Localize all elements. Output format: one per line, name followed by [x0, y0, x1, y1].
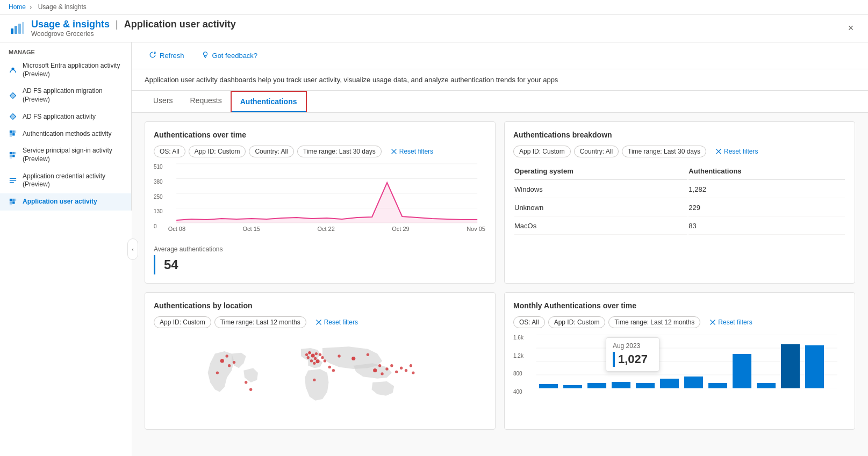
feedback-button[interactable]: Got feedback?	[197, 49, 262, 62]
auth-breakdown-filters: App ID: Custom Country: All Time range: …	[513, 146, 846, 157]
svg-point-55	[316, 359, 320, 363]
chip-os[interactable]: OS: All	[154, 146, 185, 157]
chart-tooltip: Aug 2023 1,027	[606, 337, 659, 372]
card-auth-over-time: Authentications over time OS: All App ID…	[145, 121, 496, 284]
chip-app-id[interactable]: App ID: Custom	[189, 146, 246, 157]
os-macos: MacOs	[514, 218, 687, 235]
chip-country[interactable]: Country: All	[249, 146, 293, 157]
svg-rect-96	[805, 345, 824, 388]
monthly-chip-os[interactable]: OS: All	[513, 316, 545, 328]
average-label: Average authentications	[154, 245, 223, 253]
location-chip-app-id[interactable]: App ID: Custom	[154, 316, 211, 328]
grid-icon-2	[9, 151, 17, 160]
svg-rect-91	[684, 377, 703, 388]
svg-point-48	[308, 351, 311, 354]
svg-point-61	[351, 357, 355, 360]
sidebar-item-app-credential[interactable]: Application credential activity (Preview…	[0, 168, 131, 193]
tab-users[interactable]: Users	[145, 91, 182, 112]
grid-icon-3	[9, 198, 17, 206]
svg-rect-92	[708, 383, 727, 388]
tab-requests[interactable]: Requests	[182, 91, 231, 112]
tab-authentications[interactable]: Authentications	[231, 91, 307, 112]
svg-rect-2	[18, 24, 21, 34]
sidebar: Manage Microsoft Entra application activ…	[0, 42, 132, 211]
sidebar-collapse-button[interactable]: ‹	[127, 238, 138, 260]
svg-rect-16	[12, 152, 15, 154]
feedback-label: Got feedback?	[212, 52, 258, 60]
card-auth-breakdown: Authentications breakdown App ID: Custom…	[504, 121, 855, 284]
monthly-chip-app-id[interactable]: App ID: Custom	[548, 316, 606, 328]
os-unknown: Unknown	[514, 199, 687, 216]
svg-rect-20	[10, 157, 12, 158]
breakdown-chip-time-range[interactable]: Time range: Last 30 days	[622, 146, 706, 157]
tab-bar: Users Requests Authentications	[132, 91, 868, 113]
svg-point-73	[395, 371, 398, 373]
content-area: Refresh Got feedback? Application user a…	[132, 42, 868, 456]
table-row: Windows 1,282	[514, 181, 845, 198]
svg-rect-1	[15, 26, 17, 34]
breakdown-chip-reset[interactable]: Reset filters	[709, 146, 764, 157]
svg-point-66	[249, 388, 252, 391]
svg-rect-88	[612, 382, 630, 388]
svg-point-70	[385, 367, 388, 370]
feedback-icon	[202, 51, 209, 60]
svg-point-51	[314, 357, 317, 360]
chip-reset[interactable]: Reset filters	[385, 146, 439, 157]
location-chip-reset[interactable]: Reset filters	[310, 316, 364, 328]
sidebar-label-adfs-migration: AD FS application migration (Preview)	[23, 87, 123, 104]
col-os-header: Operating system	[514, 165, 687, 180]
svg-rect-28	[12, 201, 15, 204]
person-icon	[9, 66, 17, 75]
sidebar-label-adfs-activity: AD FS application activity	[23, 113, 96, 121]
app-icon	[9, 20, 26, 37]
breadcrumb-home[interactable]: Home	[9, 3, 26, 11]
svg-point-46	[233, 361, 235, 364]
svg-rect-13	[12, 134, 15, 136]
auth-over-time-filters: OS: All App ID: Custom Country: All Time…	[154, 146, 486, 157]
svg-point-50	[315, 352, 318, 355]
sidebar-item-service-principal[interactable]: Service principal sign-in activity (Prev…	[0, 142, 131, 168]
svg-rect-26	[15, 199, 16, 201]
location-chip-time-range[interactable]: Time range: Last 12 months	[214, 316, 306, 328]
card-monthly-auth: Monthly Authentications over time OS: Al…	[504, 292, 855, 430]
svg-rect-86	[563, 385, 582, 388]
header-subtitle: Woodgrove Groceries	[31, 30, 236, 38]
svg-point-64	[332, 369, 335, 372]
svg-point-47	[216, 371, 219, 374]
close-button[interactable]: ×	[842, 20, 859, 37]
diamond-icon-1	[9, 91, 17, 100]
svg-point-69	[381, 372, 383, 375]
svg-point-77	[412, 371, 414, 374]
sidebar-item-adfs-migration[interactable]: AD FS application migration (Preview)	[0, 83, 131, 108]
os-windows: Windows	[514, 181, 687, 198]
card-auth-by-location: Authentications by location App ID: Cust…	[145, 292, 496, 430]
svg-rect-15	[10, 152, 12, 154]
sidebar-label-service-principal: Service principal sign-in activity (Prev…	[23, 147, 123, 163]
svg-rect-87	[587, 383, 606, 388]
chip-time-range[interactable]: Time range: Last 30 days	[297, 146, 382, 157]
svg-rect-25	[12, 199, 15, 201]
toolbar: Refresh Got feedback?	[132, 42, 868, 69]
sidebar-item-auth-methods[interactable]: Authentication methods activity	[0, 125, 131, 142]
svg-point-58	[305, 353, 308, 356]
sidebar-item-ms-entra[interactable]: Microsoft Entra application activity (Pr…	[0, 57, 131, 83]
monthly-chip-reset[interactable]: Reset filters	[704, 316, 758, 328]
monthly-auth-filters: OS: All App ID: Custom Time range: Last …	[513, 316, 846, 328]
breakdown-chip-app-id[interactable]: App ID: Custom	[513, 146, 571, 157]
auth-breakdown-title: Authentications breakdown	[513, 131, 846, 139]
count-unknown: 229	[688, 199, 845, 216]
sidebar-item-app-user-activity[interactable]: Application user activity	[0, 193, 131, 211]
refresh-button[interactable]: Refresh	[145, 49, 189, 62]
sidebar-item-adfs-activity[interactable]: AD FS application activity	[0, 108, 131, 125]
svg-point-57	[313, 362, 315, 365]
sidebar-label-app-credential: Application credential activity (Preview…	[23, 172, 123, 189]
breakdown-chip-country[interactable]: Country: All	[574, 146, 619, 157]
monthly-chip-time-range[interactable]: Time range: Last 12 months	[608, 316, 700, 328]
manage-label: Manage	[0, 42, 131, 57]
header-title: Usage & insights	[31, 19, 110, 30]
svg-point-56	[321, 356, 324, 359]
breadcrumb-current: Usage & insights	[38, 3, 87, 11]
header-page-name: Application user activity	[124, 19, 236, 30]
refresh-label: Refresh	[160, 52, 184, 60]
svg-point-60	[338, 354, 340, 357]
